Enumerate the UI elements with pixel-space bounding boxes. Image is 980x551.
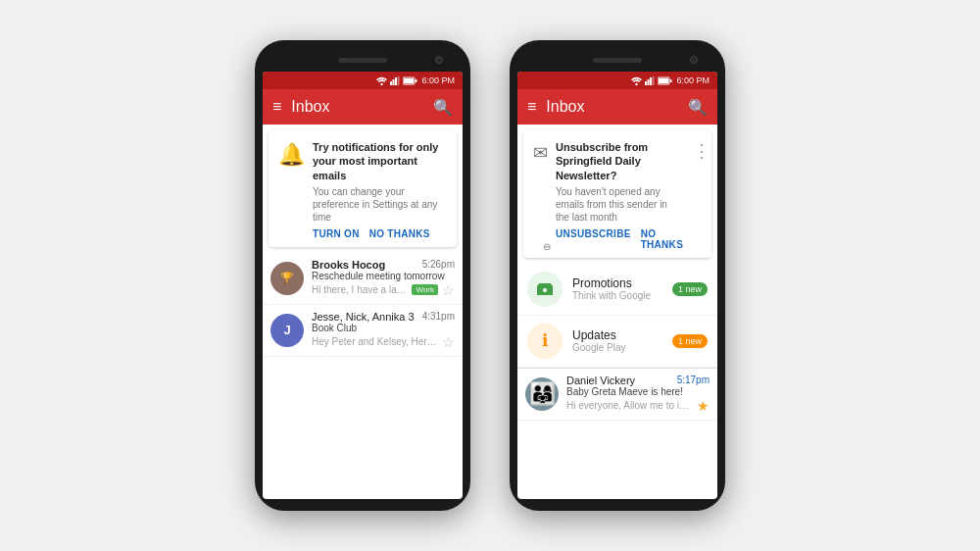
camera-left: [435, 56, 443, 64]
updates-desc: Google Play: [572, 342, 662, 353]
updates-icon: ℹ: [527, 324, 563, 359]
svg-rect-1: [390, 81, 392, 85]
bell-icon: 🔔: [278, 142, 305, 239]
email-header-1: Brooks Hocog 5:26pm: [312, 259, 455, 271]
speaker-right: [593, 58, 642, 63]
status-icons-right: [631, 76, 672, 85]
promotions-name: Promotions: [572, 276, 662, 290]
svg-point-0: [381, 82, 383, 84]
email-content-daniel: Daniel Vickery 5:17pm Baby Greta Maeve i…: [566, 375, 710, 414]
hamburger-icon-left[interactable]: ≡: [272, 99, 281, 115]
status-time-right: 6:00 PM: [676, 75, 710, 85]
notif-desc-left: You can change your preference in Settin…: [313, 185, 447, 224]
search-icon-right[interactable]: 🔍: [688, 98, 708, 117]
time-daniel: 5:17pm: [677, 375, 710, 385]
turn-on-button[interactable]: TURN ON: [313, 228, 360, 239]
subject-daniel: Baby Greta Maeve is here!: [566, 386, 710, 397]
email-content-1: Brooks Hocog 5:26pm Reschedule meeting t…: [312, 259, 455, 298]
sender-daniel: Daniel Vickery: [566, 375, 635, 386]
time-1: 5:26pm: [422, 259, 455, 270]
speaker-left: [338, 58, 387, 63]
email-item-daniel[interactable]: 👨‍👩‍👧 Daniel Vickery 5:17pm Baby Greta M…: [517, 369, 717, 421]
camera-right: [690, 56, 698, 64]
email-list-left: 🏆 Brooks Hocog 5:26pm Reschedule meeting…: [263, 253, 463, 499]
no-thanks-button-right[interactable]: NO THANKS: [641, 228, 683, 250]
category-promotions[interactable]: Promotions Think with Google 1 new: [517, 264, 717, 316]
signal-icon-right: [645, 76, 655, 85]
svg-rect-14: [670, 79, 672, 82]
updates-badge: 1 new: [672, 334, 708, 348]
notif-desc-right: You haven't opened any emails from this …: [556, 185, 683, 224]
subject-2: Book Club: [312, 323, 455, 333]
star-2[interactable]: ☆: [442, 334, 455, 350]
no-thanks-button-left[interactable]: NO THANKS: [369, 228, 430, 239]
svg-rect-15: [659, 78, 668, 83]
subject-1: Reschedule meeting tomorrow: [312, 271, 455, 281]
category-updates[interactable]: ℹ Updates Google Play 1 new: [517, 316, 717, 368]
svg-rect-4: [398, 76, 400, 85]
wifi-icon: [376, 76, 387, 85]
preview-1: Hi there, I have a last minute...: [312, 284, 408, 295]
promotions-icon: [527, 272, 563, 307]
time-2: 4:31pm: [422, 311, 455, 322]
category-list-right: Promotions Think with Google 1 new ℹ Upd…: [517, 264, 717, 499]
wifi-icon-right: [631, 76, 642, 85]
svg-point-8: [636, 82, 638, 84]
svg-rect-2: [393, 79, 395, 85]
svg-rect-3: [395, 77, 397, 85]
signal-icon: [390, 76, 400, 85]
promotions-badge: 1 new: [672, 282, 708, 296]
app-title-left: Inbox: [291, 98, 423, 116]
unsubscribe-button[interactable]: UNSUBSCRIBE: [556, 228, 631, 250]
promotions-content: Promotions Think with Google: [572, 276, 662, 301]
battery-icon: [403, 76, 417, 85]
battery-icon-right: [658, 76, 672, 85]
preview-daniel: Hi everyone, Allow me to intro...: [566, 400, 693, 411]
search-icon-left[interactable]: 🔍: [433, 98, 453, 117]
email-content-2: Jesse, Nick, Annika 3 4:31pm Book Club H…: [312, 311, 455, 350]
status-bar-left: 6:00 PM: [263, 72, 463, 89]
avatar-daniel: 👨‍👩‍👧: [525, 377, 559, 411]
svg-rect-7: [404, 78, 414, 83]
hamburger-icon-right[interactable]: ≡: [527, 99, 536, 115]
notif-title-left: Try notifications for only your most imp…: [313, 140, 447, 182]
updates-name: Updates: [572, 328, 662, 342]
sender-1: Brooks Hocog: [312, 259, 385, 271]
svg-rect-6: [416, 79, 417, 82]
notif-content-left: Try notifications for only your most imp…: [313, 140, 447, 239]
star-1[interactable]: ☆: [442, 282, 455, 298]
app-bar-right: ≡ Inbox 🔍: [517, 89, 717, 125]
email-header-2: Jesse, Nick, Annika 3 4:31pm: [312, 311, 455, 323]
work-badge: Work: [412, 284, 438, 295]
notification-card-right: ✉ ⊖ Unsubscribe from Springfield Daily N…: [523, 130, 711, 258]
phone-top-bar-left: [263, 52, 463, 68]
promotions-desc: Think with Google: [572, 290, 662, 301]
svg-rect-9: [645, 81, 647, 85]
status-time-left: 6:00 PM: [421, 75, 455, 85]
email-item-1[interactable]: 🏆 Brooks Hocog 5:26pm Reschedule meeting…: [263, 253, 463, 305]
meta-1: Hi there, I have a last minute... Work ☆: [312, 282, 455, 298]
avatar-jesse: J: [270, 314, 304, 347]
email-header-daniel: Daniel Vickery 5:17pm: [566, 375, 710, 386]
svg-rect-11: [650, 77, 652, 85]
right-phone: 6:00 PM ≡ Inbox 🔍 ✉ ⊖ Unsubscribe from S…: [510, 40, 725, 511]
avatar-brooks: 🏆: [270, 262, 304, 295]
updates-content: Updates Google Play: [572, 328, 662, 353]
status-bar-right: 6:00 PM: [517, 72, 717, 89]
svg-point-16: [543, 288, 547, 292]
left-phone: 6:00 PM ≡ Inbox 🔍 🔔 Try notifications fo…: [255, 40, 470, 511]
more-options-icon[interactable]: ⋮: [693, 140, 710, 162]
notification-card-left: 🔔 Try notifications for only your most i…: [269, 130, 457, 247]
right-phone-screen: 6:00 PM ≡ Inbox 🔍 ✉ ⊖ Unsubscribe from S…: [517, 72, 717, 499]
star-daniel[interactable]: ★: [697, 398, 710, 414]
status-icons-left: [376, 76, 417, 85]
svg-rect-12: [653, 76, 655, 85]
left-phone-screen: 6:00 PM ≡ Inbox 🔍 🔔 Try notifications fo…: [263, 72, 463, 499]
sender-2: Jesse, Nick, Annika 3: [312, 311, 415, 323]
meta-2: Hey Peter and Kelsey, Here is the list..…: [312, 334, 455, 350]
email-item-2[interactable]: J Jesse, Nick, Annika 3 4:31pm Book Club…: [263, 305, 463, 357]
svg-rect-10: [648, 79, 650, 85]
app-title-right: Inbox: [546, 98, 678, 116]
mail-block-icon: ✉ ⊖: [533, 142, 548, 250]
notif-actions-right: UNSUBSCRIBE NO THANKS: [556, 228, 683, 250]
